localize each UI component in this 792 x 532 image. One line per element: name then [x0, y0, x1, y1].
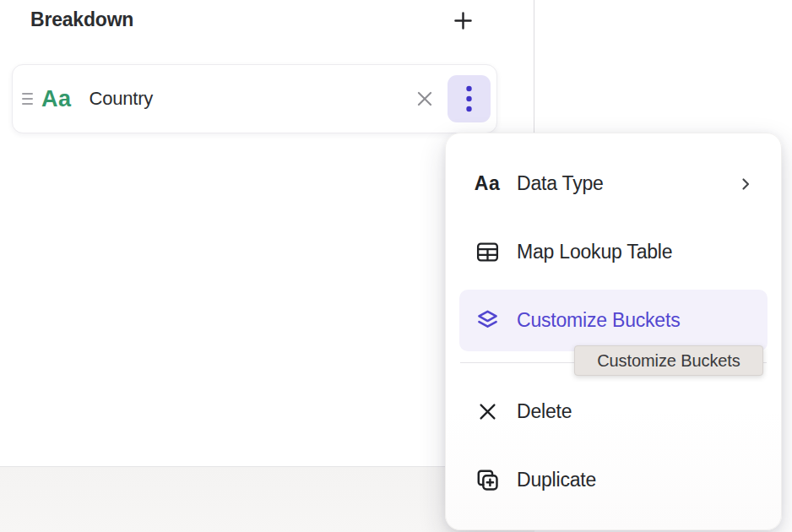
close-icon [414, 88, 436, 110]
field-label: Country [90, 88, 154, 110]
menu-item-delete[interactable]: Delete [459, 381, 768, 442]
customize-buckets-tooltip: Customize Buckets [574, 345, 763, 376]
field-context-menu: Aa Data Type Map Lookup Table Customize … [445, 133, 782, 530]
page-title: Breakdown [30, 6, 133, 33]
kebab-menu-icon [465, 84, 473, 113]
menu-item-label: Duplicate [517, 469, 596, 491]
menu-item-label: Data Type [517, 172, 604, 195]
breakdown-field-card: Aa Country [12, 64, 497, 133]
menu-item-data-type[interactable]: Aa Data Type [459, 153, 768, 214]
table-icon [473, 239, 502, 265]
menu-item-duplicate[interactable]: Duplicate [459, 449, 768, 511]
menu-item-customize-buckets[interactable]: Customize Buckets [459, 290, 768, 351]
stack-layers-icon [473, 307, 502, 334]
x-icon [473, 400, 502, 423]
breakdown-panel-header: Breakdown [30, 6, 503, 33]
menu-item-label: Delete [517, 400, 572, 423]
menu-item-label: Map Lookup Table [517, 241, 672, 263]
add-breakdown-button[interactable] [448, 6, 477, 35]
copy-plus-icon [473, 467, 502, 493]
menu-item-label: Customize Buckets [517, 309, 680, 332]
field-type-icon: Aa [41, 86, 72, 112]
more-options-button[interactable] [448, 75, 491, 122]
plus-icon [451, 8, 475, 33]
menu-item-map-lookup-table[interactable]: Map Lookup Table [459, 221, 768, 283]
remove-field-button[interactable] [412, 86, 437, 111]
chevron-right-icon [737, 176, 754, 193]
text-type-icon: Aa [473, 172, 502, 195]
drag-handle-icon[interactable] [20, 90, 35, 108]
